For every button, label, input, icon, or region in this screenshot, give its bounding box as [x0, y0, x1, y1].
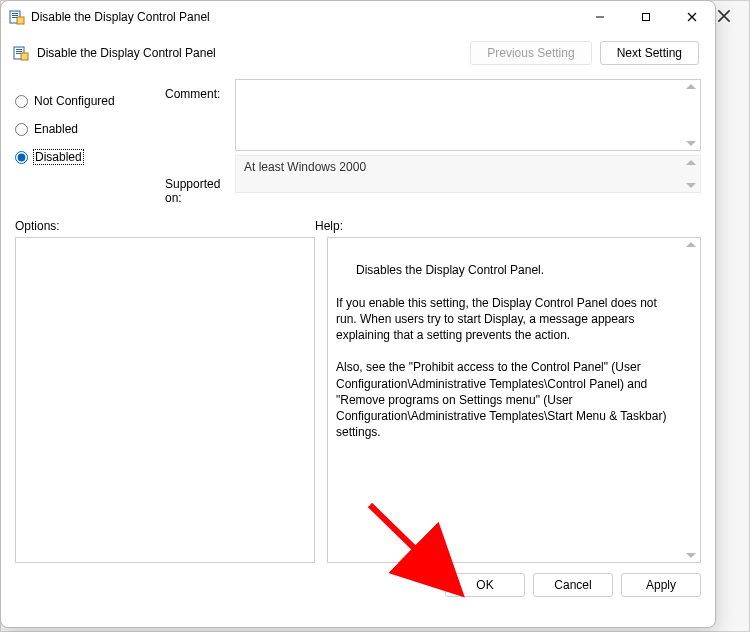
policy-dialog: Disable the Display Control Panel	[0, 0, 716, 628]
titlebar: Disable the Display Control Panel	[1, 1, 715, 33]
ok-button[interactable]: OK	[445, 573, 525, 597]
radio-disabled-label: Disabled	[34, 150, 83, 164]
radio-disabled[interactable]: Disabled	[15, 143, 165, 171]
help-text: Disables the Display Control Panel. If y…	[336, 263, 670, 439]
radio-not-configured-label: Not Configured	[34, 94, 115, 108]
radio-not-configured[interactable]: Not Configured	[15, 87, 165, 115]
scroll-down-icon	[686, 183, 696, 188]
options-label: Options:	[15, 219, 315, 233]
subtitle-row: Disable the Display Control Panel Previo…	[1, 33, 715, 69]
help-label: Help:	[315, 219, 701, 233]
scroll-down-icon	[686, 553, 696, 558]
dialog-footer: OK Cancel Apply	[1, 563, 715, 607]
svg-rect-8	[16, 51, 22, 52]
help-panel: Disables the Display Control Panel. If y…	[327, 237, 701, 563]
options-panel	[15, 237, 315, 563]
radio-disabled-input[interactable]	[15, 151, 28, 164]
gpedit-icon	[9, 9, 25, 25]
minimize-button[interactable]	[577, 1, 623, 33]
supported-label: Supported on:	[165, 165, 235, 205]
svg-rect-5	[643, 14, 650, 21]
svg-rect-4	[17, 17, 24, 24]
scroll-down-icon	[686, 141, 696, 146]
scroll-up-icon	[686, 242, 696, 247]
previous-setting-button[interactable]: Previous Setting	[470, 41, 591, 65]
svg-rect-2	[12, 15, 18, 16]
radio-group: Not Configured Enabled Disabled	[15, 79, 165, 205]
close-button[interactable]	[669, 1, 715, 33]
svg-rect-7	[16, 49, 22, 50]
scroll-up-icon	[686, 160, 696, 165]
cancel-button[interactable]: Cancel	[533, 573, 613, 597]
radio-enabled[interactable]: Enabled	[15, 115, 165, 143]
radio-enabled-label: Enabled	[34, 122, 78, 136]
next-setting-button[interactable]: Next Setting	[600, 41, 699, 65]
radio-enabled-input[interactable]	[15, 123, 28, 136]
supported-value: At least Windows 2000	[244, 160, 366, 174]
policy-icon	[13, 45, 29, 61]
comment-label: Comment:	[165, 79, 235, 101]
scroll-up-icon	[686, 84, 696, 89]
close-icon	[717, 9, 731, 23]
svg-rect-1	[12, 13, 18, 14]
close-icon	[687, 12, 697, 22]
comment-textarea[interactable]	[235, 79, 701, 151]
minimize-icon	[595, 12, 605, 22]
svg-rect-10	[21, 53, 28, 60]
maximize-button[interactable]	[623, 1, 669, 33]
apply-button[interactable]: Apply	[621, 573, 701, 597]
radio-not-configured-input[interactable]	[15, 95, 28, 108]
supported-box: At least Windows 2000	[235, 155, 701, 193]
maximize-icon	[641, 12, 651, 22]
subtitle-text: Disable the Display Control Panel	[37, 46, 470, 60]
title-text: Disable the Display Control Panel	[31, 10, 577, 24]
